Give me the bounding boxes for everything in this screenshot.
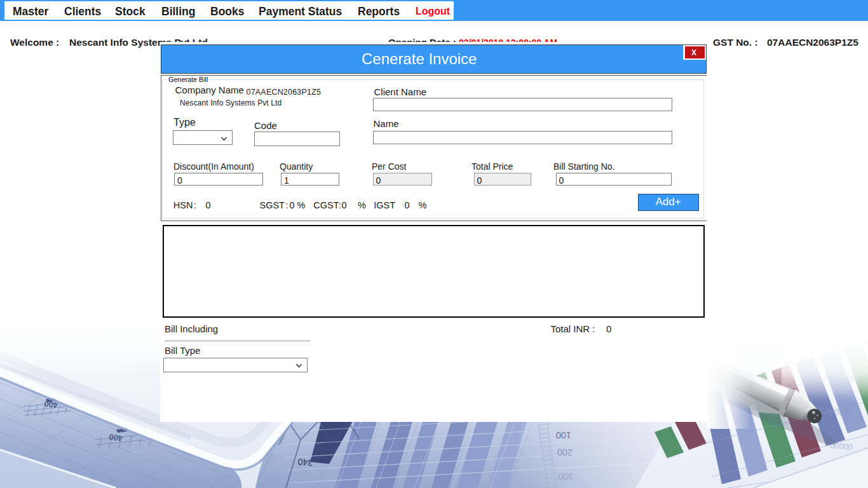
svg-text:400: 400 (109, 432, 123, 444)
svg-text:340: 340 (297, 457, 313, 468)
